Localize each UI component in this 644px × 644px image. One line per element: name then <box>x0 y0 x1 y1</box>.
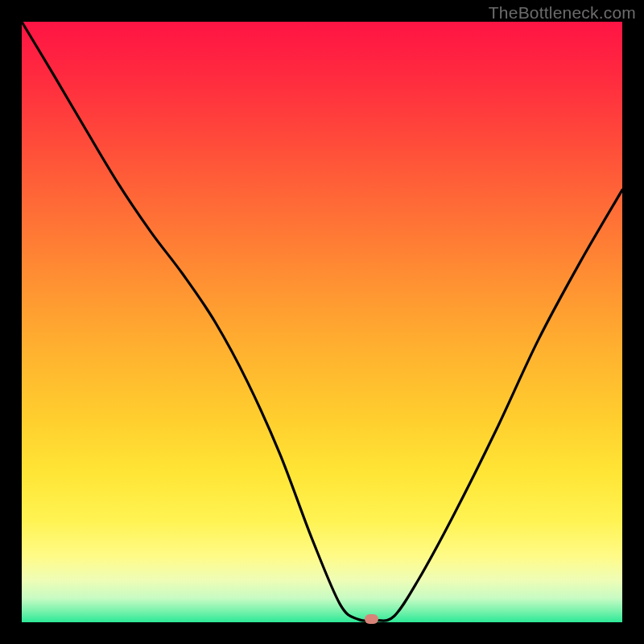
plot-area <box>22 22 622 622</box>
bottleneck-curve <box>22 22 622 622</box>
current-config-marker <box>365 614 378 624</box>
watermark-text: TheBottleneck.com <box>489 3 636 23</box>
chart-frame: TheBottleneck.com <box>0 0 644 644</box>
